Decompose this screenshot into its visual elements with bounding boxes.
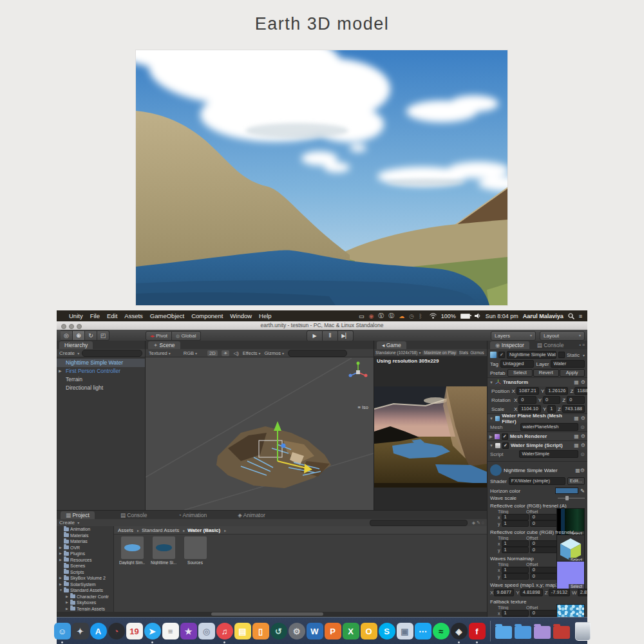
skype-icon[interactable]: S (379, 623, 395, 639)
hierarchy-create-button[interactable]: Create ▾ (59, 350, 79, 356)
unity-icon[interactable]: ◈ (451, 623, 468, 639)
tab-console[interactable]: ▤ Console (532, 341, 569, 349)
offset-x-field[interactable]: 0 (530, 610, 557, 616)
tree-arrow-icon[interactable]: ▶ (66, 600, 69, 606)
safari-icon[interactable]: ➤ (144, 623, 161, 639)
asset-item[interactable]: Daylight Sim... (119, 536, 145, 565)
y-field[interactable]: 0 (543, 396, 560, 404)
menu-item[interactable]: Edit (107, 312, 117, 319)
scene-viewport[interactable]: ≡ Iso (146, 358, 374, 510)
tree-item[interactable]: ▶ Plugins (57, 551, 113, 557)
tiling-y-field[interactable]: 1 (502, 520, 529, 527)
tree-arrow-icon[interactable]: ▶ (66, 594, 69, 600)
offset-y-field[interactable]: 0 (530, 573, 557, 580)
tag-dropdown[interactable]: Untagged (500, 360, 535, 368)
history-icon[interactable]: ◷ (409, 313, 414, 319)
asset-item[interactable]: Sources (182, 536, 208, 565)
move-tool[interactable]: ⊕ (73, 330, 85, 341)
system-preferences-icon[interactable]: ⚙ (289, 623, 305, 639)
stats-toggle[interactable]: Stats (459, 350, 468, 355)
spotlight-search-icon[interactable] (568, 313, 574, 319)
draw-mode-dropdown[interactable]: Textured▾ (149, 350, 171, 356)
game-resolution-dropdown[interactable]: Standalone (1024x768)▾ (375, 350, 421, 355)
breadcrumb-item-current[interactable]: Water (Basic) (187, 527, 220, 533)
search-filter-icons[interactable]: ◈ ✎ ◌ (472, 520, 484, 526)
project-tab[interactable]: ◔ Animation (173, 511, 212, 519)
menu-item[interactable]: Window (230, 312, 252, 319)
play-button[interactable]: ▶ (307, 330, 323, 341)
asset-item[interactable]: Nighttime Si... (151, 536, 176, 565)
project-create-button[interactable]: Create ▾ (59, 520, 79, 526)
powerpoint-icon[interactable]: P (325, 623, 341, 639)
trash-icon[interactable] (575, 622, 591, 641)
prefab-button[interactable]: Select (507, 369, 533, 377)
tab-inspector[interactable]: ◉ Inspector (490, 341, 529, 349)
z-field[interactable]: 1188.45 (574, 387, 587, 395)
hierarchy-item[interactable]: Terrain (57, 375, 145, 384)
wave-speed-field[interactable]: 4.81898 (520, 589, 543, 596)
breadcrumb-item[interactable]: Assets (118, 527, 133, 533)
object-picker-icon[interactable]: ⊙ (580, 424, 585, 430)
outlook-icon[interactable]: O (361, 623, 377, 639)
mesh-renderer-component-header[interactable]: ▶ ✓ Mesh Renderer ▦⚙ (488, 431, 587, 440)
hierarchy-item[interactable]: Nighttime Simple Water (57, 359, 145, 367)
shader-dropdown[interactable]: FX/Water (simple) (509, 477, 565, 485)
prefab-button[interactable]: Revert (533, 369, 558, 377)
wave-speed-field[interactable]: -7.9132 (549, 589, 570, 596)
tree-item[interactable]: Materials (57, 533, 113, 539)
itunes-icon[interactable]: ♫ (216, 623, 233, 639)
dashboard-icon[interactable]: ◔ (108, 623, 125, 639)
tree-item[interactable]: Scenes (57, 563, 113, 569)
expand-arrow-icon[interactable]: ▶ (59, 367, 62, 375)
tree-arrow-icon[interactable]: ▼ (59, 587, 62, 594)
scene-gizmo-label[interactable]: ≡ Iso (358, 404, 369, 410)
eyedropper-icon[interactable]: ✎ (580, 488, 585, 494)
water-script-component-header[interactable]: ▼ ✓ Water Simple (Script) ▦⚙ (488, 440, 587, 450)
step-button[interactable]: ▶▏ (338, 330, 354, 341)
game-viewport[interactable] (374, 386, 488, 488)
mesh-renderer-checkbox[interactable]: ✓ (502, 433, 508, 440)
tree-arrow-icon[interactable]: ▶ (59, 582, 62, 588)
ibooks-icon[interactable]: ▯ (252, 623, 269, 639)
y-field[interactable]: 1.26126 (545, 387, 568, 395)
time-machine-icon[interactable]: ↺ (270, 623, 287, 639)
z-field[interactable]: 0 (567, 396, 585, 404)
tree-arrow-icon[interactable]: ▶ (59, 545, 62, 551)
shield-u-icon[interactable]: Ⓤ (388, 312, 394, 320)
inspector-menu-icon[interactable]: ▪ ≡ (579, 343, 585, 347)
prefab-button[interactable]: Apply (560, 369, 585, 377)
tree-item[interactable]: Animation (57, 526, 113, 533)
traffic-lights[interactable] (61, 324, 82, 329)
project-tab[interactable]: ▤ Console (115, 511, 153, 519)
effects-dropdown[interactable]: Effects▾ (243, 350, 261, 356)
render-mode-dropdown[interactable]: RGB▾ (184, 350, 197, 356)
menu-clock[interactable]: Sun 8:04 pm (486, 313, 518, 319)
project-tab[interactable]: ▦ Project (61, 511, 95, 519)
finder-icon[interactable]: ☺ (54, 623, 71, 639)
tree-item[interactable]: ▶ OVR (57, 545, 113, 551)
notes-icon[interactable]: ▤ (234, 623, 251, 639)
calendar-icon[interactable]: 19 (126, 623, 143, 639)
spotify-icon[interactable]: ≈ (433, 623, 450, 639)
gizmos-dropdown[interactable]: Gizmos▾ (264, 350, 283, 356)
tree-item[interactable]: ▶ Character Contr (57, 594, 113, 600)
x-field[interactable]: 0 (518, 396, 536, 404)
creative-cloud-icon[interactable]: ◉ (369, 313, 374, 319)
folder-purple-icon[interactable] (534, 626, 551, 639)
maximize-on-play-toggle[interactable]: Maximize on Play (422, 350, 457, 355)
cloud-icon[interactable]: ☁ (399, 313, 404, 319)
texture-preview[interactable]: Select (556, 561, 585, 589)
preview-icon[interactable]: ▣ (397, 623, 413, 639)
game-gizmos-dropdown[interactable]: Gizmos (470, 350, 484, 355)
bluetooth-icon[interactable]: ᛒ (419, 313, 422, 319)
menu-item[interactable]: Component (191, 312, 223, 319)
tree-item[interactable]: Materias (57, 538, 113, 545)
tree-arrow-icon[interactable]: ▶ (66, 606, 69, 612)
menu-item[interactable]: Unity (69, 312, 83, 319)
tiling-x-field[interactable]: 1 (502, 610, 529, 616)
excel-icon[interactable]: X (343, 623, 359, 639)
object-name-field[interactable]: Nighttime Simple Water (507, 351, 556, 359)
word-icon[interactable]: W (307, 623, 323, 639)
reminders-icon[interactable]: ≡ (162, 623, 179, 639)
offset-x-field[interactable]: 0 (530, 514, 557, 520)
